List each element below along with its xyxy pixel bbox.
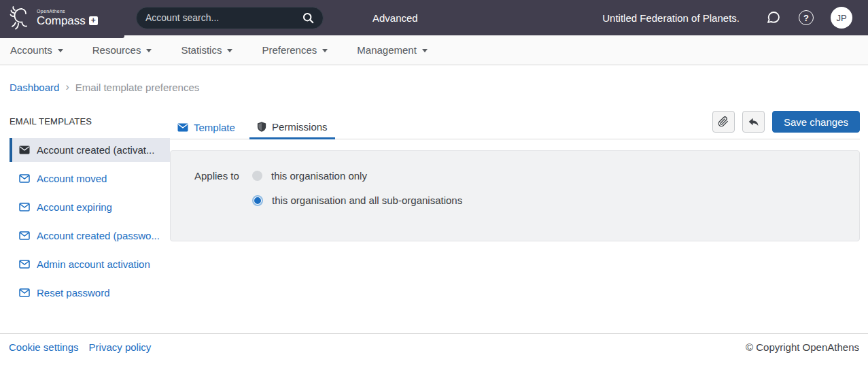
search-icon[interactable]	[302, 12, 314, 24]
main-nav: Accounts Resources Statistics Preference…	[0, 35, 868, 65]
applies-to-label: Applies to	[194, 170, 252, 182]
paperclip-icon	[718, 116, 729, 127]
sidebar-item-reset-password[interactable]: Reset password	[10, 281, 170, 305]
help-icon[interactable]: ?	[799, 10, 814, 25]
tab-permissions[interactable]: Permissions	[249, 115, 335, 139]
shield-icon	[257, 121, 266, 133]
advanced-search-link[interactable]: Advanced	[372, 12, 418, 24]
account-search-input[interactable]	[145, 12, 302, 23]
tab-template[interactable]: Template	[170, 116, 243, 139]
plus-box-icon: +	[89, 16, 98, 25]
openathens-logo-icon	[10, 5, 32, 31]
envelope-filled-icon	[177, 123, 188, 132]
nav-management[interactable]: Management	[357, 44, 428, 56]
sidebar-item-admin-account-activation[interactable]: Admin account activation	[10, 252, 170, 276]
radio-this-organisation-only[interactable]	[252, 171, 262, 181]
caret-down-icon	[422, 49, 428, 52]
sidebar-item-account-created-password[interactable]: Account created (passwo...	[10, 224, 170, 248]
radio-label-this-organisation-and-sub-organisations[interactable]: this organisation and all sub-organisati…	[272, 194, 462, 206]
radio-label-this-organisation-only[interactable]: this organisation only	[271, 170, 367, 182]
brand-logo[interactable]: OpenAthens Compass +	[0, 5, 86, 31]
undo-button[interactable]	[742, 111, 765, 133]
brand-compass-label: Compass	[37, 15, 86, 27]
caret-down-icon	[146, 49, 152, 52]
email-templates-sidebar: EMAIL TEMPLATES Account created (activat…	[10, 112, 170, 309]
caret-down-icon	[227, 49, 232, 52]
sidebar-item-account-expiring[interactable]: Account expiring	[10, 195, 170, 219]
page-footer: Cookie settings Privacy policy © Copyrig…	[0, 333, 868, 374]
breadcrumb-current: Email template preferences	[75, 82, 200, 93]
radio-this-organisation-and-sub-organisations[interactable]	[252, 195, 263, 206]
brand-active-tab-strip	[0, 35, 124, 38]
top-header: OpenAthens Compass + Advanced Untitled F…	[0, 0, 868, 35]
caret-down-icon	[58, 49, 63, 52]
copyright-text: © Copyright OpenAthens	[746, 341, 859, 353]
user-avatar[interactable]: JP	[831, 7, 852, 29]
federation-name: Untitled Federation of Planets.	[602, 12, 740, 24]
save-changes-button[interactable]: Save changes	[772, 111, 860, 133]
envelope-filled-icon	[19, 146, 30, 154]
account-search-box	[136, 7, 324, 29]
nav-accounts[interactable]: Accounts	[10, 44, 63, 56]
breadcrumb-separator-icon: ›	[65, 81, 69, 93]
breadcrumb: Dashboard › Email template preferences	[0, 65, 868, 93]
sidebar-item-account-moved[interactable]: Account moved	[10, 167, 170, 190]
cookie-settings-link[interactable]: Cookie settings	[9, 341, 79, 353]
caret-down-icon	[322, 49, 328, 52]
brand-openathens-label: OpenAthens	[37, 9, 98, 14]
attach-button[interactable]	[712, 111, 735, 133]
envelope-outline-icon	[19, 288, 30, 297]
undo-icon	[748, 117, 759, 127]
chat-icon[interactable]	[765, 10, 782, 26]
nav-preferences[interactable]: Preferences	[262, 44, 328, 56]
nav-statistics[interactable]: Statistics	[181, 44, 232, 56]
nav-resources[interactable]: Resources	[92, 44, 152, 56]
permissions-panel: Applies to this organisation only this o…	[170, 150, 860, 241]
sidebar-item-account-created-activation[interactable]: Account created (activat...	[10, 138, 170, 162]
sidebar-heading: EMAIL TEMPLATES	[10, 116, 170, 126]
envelope-outline-icon	[19, 174, 30, 183]
brand-text: OpenAthens Compass +	[37, 9, 98, 27]
envelope-outline-icon	[19, 231, 30, 240]
privacy-policy-link[interactable]: Privacy policy	[89, 341, 152, 353]
breadcrumb-dashboard-link[interactable]: Dashboard	[10, 82, 59, 93]
template-tabbar: Template Permissions	[170, 112, 860, 139]
envelope-outline-icon	[19, 260, 30, 269]
envelope-outline-icon	[19, 203, 30, 211]
